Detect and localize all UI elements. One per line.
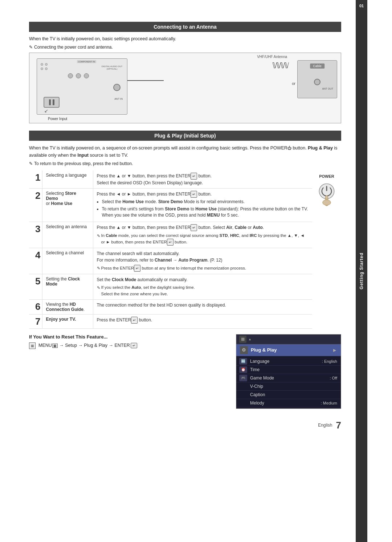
setup-menu-items: 🔤 Language : English ⏰ Time 🎮 — [236, 356, 341, 408]
step-1-desc: Press the or button, then press the ENTE… — [93, 171, 312, 189]
step-4-title: Selecting a channel — [42, 248, 93, 274]
step-2-desc: Press the or button, then press the ENTE… — [93, 189, 312, 222]
svg-point-2 — [325, 196, 328, 199]
power-input-label: Power Input — [48, 117, 67, 121]
ant-out-port — [314, 79, 320, 85]
melody-name: Melody — [250, 401, 321, 406]
footer-language: English — [318, 423, 332, 428]
step-3-number: 3 — [29, 222, 42, 248]
step-7-desc: Press the ENTER↵ button. — [93, 314, 312, 328]
step-7-row: 7 Enjoy your TV. Press the ENTER↵ button… — [29, 314, 312, 328]
plug-play-section: Plug & Play (Initial Setup) When the TV … — [29, 131, 341, 431]
svg-point-3 — [323, 200, 331, 205]
note-icon-5: ✎ — [97, 285, 100, 291]
note-icon-3: ✎ — [97, 233, 100, 239]
antenna-symbol: 𝕎𝕎 — [272, 61, 288, 70]
vhf-label: VHF/UHF Antenna — [257, 55, 287, 59]
power-button-area: POWER — [312, 171, 341, 329]
caption-name: Caption — [250, 392, 337, 397]
step-1-title: Selecting a language — [42, 171, 93, 189]
reset-title: If You Want to Reset This Feature... — [29, 334, 229, 340]
antenna-section: Connecting to an Antenna When the TV is … — [29, 22, 341, 123]
time-icon: ⏰ — [239, 366, 247, 373]
side-tab: 01 Getting Started — [356, 0, 367, 542]
note-icon-4: ✎ — [97, 265, 100, 271]
step-3-row: 3 Selecting an antenna Press the or butt… — [29, 222, 312, 248]
footer-page-number: 7 — [336, 420, 341, 431]
plug-note: ✎ To return to the previous step, press … — [29, 161, 341, 166]
steps-area: 1 Selecting a language Press the or butt… — [29, 171, 341, 329]
step-6-number: 6 — [29, 299, 42, 314]
step-2-row: 2 Selecting Store Demoor Home Use Press … — [29, 189, 312, 222]
antenna-diagram: COMPONENT IN DIGITAL AUDIO OUT (OPTICAL)… — [29, 53, 341, 123]
plug-play-icon: ⚙ — [240, 346, 248, 354]
menu-icon: ▦ — [29, 342, 36, 349]
reset-instruction: ▦ MENU▦ → Setup → Plug & Play → ENTER↵ — [29, 342, 229, 349]
component-in-label: COMPONENT IN — [77, 60, 96, 63]
setup-menu: ▦ ▲ ⚙ Plug & Play ► 🔤 Language — [236, 334, 341, 409]
step-6-title: Viewing the HD Connection Guide. — [42, 299, 93, 314]
step-7-title: Enjoy your TV. — [42, 314, 93, 328]
step-2-number: 2 — [29, 189, 42, 222]
digital-audio-label: DIGITAL AUDIO OUT (OPTICAL) — [97, 65, 127, 70]
cable-label: Cable — [310, 63, 324, 69]
antenna-note: ✎ Connecting the power cord and antenna. — [29, 45, 341, 50]
step-6-desc: The connection method for the best HD sc… — [93, 299, 312, 314]
menu-item-melody: Melody : Medium — [236, 399, 341, 407]
cable-box: Cable ANT OUT — [297, 60, 337, 98]
step-6-row: 6 Viewing the HD Connection Guide. The c… — [29, 299, 312, 314]
reset-left: If You Want to Reset This Feature... ▦ M… — [29, 334, 229, 409]
note-icon: ✎ — [29, 45, 33, 50]
ant-in-port — [113, 84, 121, 91]
ant-out-label: ANT OUT — [322, 87, 333, 90]
step-5-desc: Set the Clock Mode automatically or manu… — [93, 274, 312, 300]
language-name: Language — [250, 359, 322, 364]
reset-section: If You Want to Reset This Feature... ▦ M… — [29, 334, 341, 409]
steps-table: 1 Selecting a language Press the or butt… — [29, 171, 312, 329]
melody-value: : Medium — [321, 401, 337, 405]
vchip-name: V-Chip — [250, 384, 337, 389]
step-5-title: Setting the Clock Mode — [42, 274, 93, 300]
step-4-row: 4 Selecting a channel The channel search… — [29, 248, 312, 274]
chapter-title: Getting Started — [359, 252, 364, 290]
step-4-number: 4 — [29, 248, 42, 274]
step-7-number: 7 — [29, 314, 42, 328]
plug-play-menu-label: Plug & Play — [251, 347, 329, 353]
step-3-title: Selecting an antenna — [42, 222, 93, 248]
step-5-row: 5 Setting the Clock Mode Set the Clock M… — [29, 274, 312, 300]
plug-play-header: Plug & Play (Initial Setup) — [29, 131, 341, 141]
step-5-number: 5 — [29, 274, 42, 300]
page-footer: English 7 — [29, 416, 341, 431]
or-text: or — [292, 81, 295, 86]
plug-play-menu-row: ⚙ Plug & Play ► — [236, 344, 341, 356]
menu-item-language: 🔤 Language : English — [236, 357, 341, 366]
ant-in-label: ANT IN — [114, 98, 123, 100]
antenna-header: Connecting to an Antenna — [29, 22, 341, 32]
reset-instruction-text: MENU▦ → Setup → Plug & Play → ENTER↵ — [38, 343, 137, 348]
step-1-number: 1 — [29, 171, 42, 189]
gamemode-name: Game Mode — [250, 375, 330, 381]
menu-item-caption: Caption — [236, 391, 341, 399]
step-3-desc: Press the or button, then press the ENTE… — [93, 222, 312, 248]
time-name: Time — [250, 367, 337, 372]
menu-item-gamemode: 🎮 Game Mode : Off — [236, 374, 341, 382]
language-icon: 🔤 — [239, 358, 247, 365]
chapter-number: 01 — [359, 4, 364, 8]
language-value: : English — [322, 359, 337, 364]
gamemode-icon: 🎮 — [239, 375, 247, 381]
step-1-row: 1 Selecting a language Press the or butt… — [29, 171, 312, 189]
power-label: POWER — [319, 174, 334, 178]
menu-icon-small: ▦ — [239, 336, 246, 343]
plug-intro: When the TV is initially powered on, a s… — [29, 144, 341, 159]
step-2-title: Selecting Store Demoor Home Use — [42, 189, 93, 222]
arrow-right: ► — [332, 347, 337, 353]
menu-item-time: ⏰ Time — [236, 366, 341, 374]
antenna-intro: When the TV is initially powered on, bas… — [29, 36, 341, 42]
setup-top-label: ▲ — [248, 337, 252, 341]
power-button-svg — [316, 180, 338, 209]
menu-item-vchip: V-Chip — [236, 382, 341, 391]
step-4-desc: The channel search will start automatica… — [93, 248, 312, 274]
gamemode-value: : Off — [330, 376, 337, 380]
note-icon-2: ✎ — [29, 161, 33, 166]
